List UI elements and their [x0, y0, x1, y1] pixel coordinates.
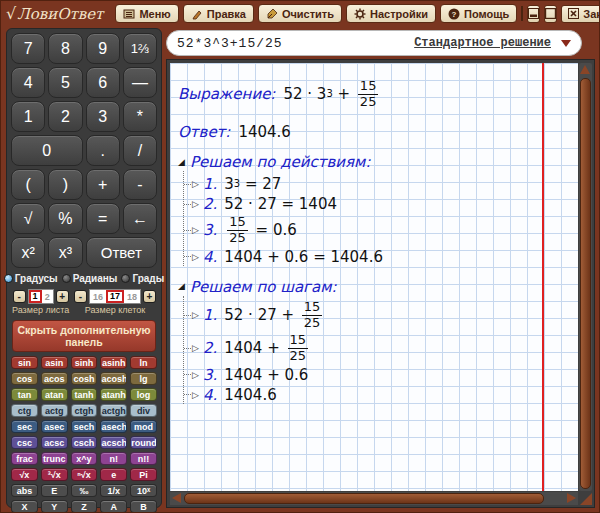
- fn-csc[interactable]: csc: [11, 436, 38, 449]
- fn-acsch[interactable]: acsch: [100, 436, 127, 449]
- key-([interactable]: (: [11, 169, 45, 200]
- fn-cosh[interactable]: cosh: [71, 372, 98, 385]
- key-5[interactable]: 5: [48, 67, 82, 98]
- solution-mode-dropdown[interactable]: Стандартное решение: [414, 36, 571, 50]
- key-.[interactable]: .: [86, 135, 120, 166]
- help-button[interactable]: ? Помощь: [440, 4, 517, 23]
- fn-A[interactable]: A: [100, 500, 127, 513]
- fn-acsc[interactable]: acsc: [41, 436, 68, 449]
- fn-asech[interactable]: asech: [100, 420, 127, 433]
- fn-div[interactable]: div: [130, 404, 157, 417]
- fn-B[interactable]: B: [130, 500, 157, 513]
- key-1[interactable]: 1: [11, 101, 45, 132]
- maximize-button[interactable]: [544, 5, 557, 23]
- edit-button[interactable]: Правка: [183, 4, 254, 23]
- sheet-size-plus-button[interactable]: +: [56, 290, 69, 303]
- fn-X[interactable]: X: [11, 500, 38, 513]
- key-2[interactable]: 2: [48, 101, 82, 132]
- key-6[interactable]: 6: [86, 67, 120, 98]
- collapse-icon[interactable]: ◢: [178, 158, 185, 167]
- fn-asin[interactable]: asin: [41, 356, 68, 369]
- vertical-scroll-thumb[interactable]: [580, 78, 591, 489]
- spinner-value-17[interactable]: 17: [106, 290, 124, 303]
- collapse-icon[interactable]: ◢: [178, 282, 185, 291]
- key-+[interactable]: +: [86, 169, 120, 200]
- cell-size-plus-button[interactable]: +: [143, 290, 156, 303]
- key-7[interactable]: 7: [11, 33, 45, 64]
- horizontal-scroll-thumb[interactable]: [184, 493, 544, 504]
- step-expand-icon[interactable]: ▷: [192, 225, 199, 235]
- fn-sin[interactable]: sin: [11, 356, 38, 369]
- key-x²[interactable]: x²: [11, 237, 45, 268]
- fn-round[interactable]: round: [130, 436, 157, 449]
- fn-tan[interactable]: tan: [11, 388, 38, 401]
- fn-trunc[interactable]: trunc: [41, 452, 68, 465]
- step-expand-icon[interactable]: ▷: [192, 343, 199, 353]
- fn-n!![interactable]: n!!: [130, 452, 157, 465]
- spinner-value-1[interactable]: 1: [29, 290, 42, 303]
- fn-lg[interactable]: lg: [130, 372, 157, 385]
- fn-1/x[interactable]: 1/x: [100, 484, 127, 497]
- scroll-right-icon[interactable]: [567, 493, 576, 503]
- clear-button[interactable]: Очистить: [258, 4, 342, 23]
- minimize-button[interactable]: [527, 5, 540, 23]
- key--[interactable]: -: [123, 169, 157, 200]
- fn-ctgh[interactable]: ctgh: [71, 404, 98, 417]
- fn-ctg[interactable]: ctg: [11, 404, 38, 417]
- angle-mode-1[interactable]: Радианы: [62, 273, 118, 284]
- fn-sinh[interactable]: sinh: [71, 356, 98, 369]
- key-*[interactable]: *: [123, 101, 157, 132]
- fn-mod[interactable]: mod: [130, 420, 157, 433]
- fn-asec[interactable]: asec: [41, 420, 68, 433]
- fn-√x[interactable]: √x: [11, 468, 38, 481]
- key-0[interactable]: 0: [11, 135, 83, 166]
- key-)[interactable]: ): [48, 169, 82, 200]
- step-expand-icon[interactable]: ▷: [192, 370, 199, 380]
- fn-atan[interactable]: atan: [41, 388, 68, 401]
- angle-mode-0[interactable]: Градусы: [4, 273, 58, 284]
- fn-cos[interactable]: cos: [11, 372, 38, 385]
- horizontal-scrollbar[interactable]: [170, 492, 578, 505]
- fn-tanh[interactable]: tanh: [71, 388, 98, 401]
- hide-panel-button[interactable]: Скрыть дополнительную панель: [12, 320, 156, 352]
- fn-actgh[interactable]: actgh: [100, 404, 127, 417]
- key-=[interactable]: =: [86, 203, 120, 234]
- menu-button[interactable]: Меню: [115, 4, 178, 23]
- scroll-up-icon[interactable]: [580, 65, 590, 74]
- key-√[interactable]: √: [11, 203, 45, 234]
- fn-ln[interactable]: ln: [130, 356, 157, 369]
- step-expand-icon[interactable]: ▷: [192, 179, 199, 189]
- spinner-value-18[interactable]: 18: [124, 291, 140, 303]
- spinner-value-16[interactable]: 16: [90, 291, 106, 303]
- step-expand-icon[interactable]: ▷: [192, 390, 199, 400]
- key-Ответ[interactable]: Ответ: [86, 237, 158, 268]
- scroll-left-icon[interactable]: [172, 493, 181, 503]
- vertical-scrollbar[interactable]: [579, 63, 592, 491]
- key-9[interactable]: 9: [86, 33, 120, 64]
- sheet-size-minus-button[interactable]: -: [13, 290, 26, 303]
- fn-abs[interactable]: abs: [11, 484, 38, 497]
- key-←[interactable]: ←: [123, 203, 157, 234]
- key-3[interactable]: 3: [86, 101, 120, 132]
- fn-‰[interactable]: ‰: [71, 484, 98, 497]
- fn-ⁿ√x[interactable]: ⁿ√x: [71, 468, 98, 481]
- fn-e[interactable]: e: [100, 468, 127, 481]
- fn-E[interactable]: E: [41, 484, 68, 497]
- angle-mode-2[interactable]: Грады: [121, 273, 164, 284]
- worksheet-paper[interactable]: Выражение: 52 · 33 + 1525 Ответ: 1404.6 …: [170, 63, 578, 491]
- fn-sec[interactable]: sec: [11, 420, 38, 433]
- key-8[interactable]: 8: [48, 33, 82, 64]
- key-1⅔[interactable]: 1⅔: [123, 33, 157, 64]
- expression-input[interactable]: 52*3^3+15/25: [177, 36, 283, 51]
- fn-n![interactable]: n!: [100, 452, 127, 465]
- fn-Z[interactable]: Z: [71, 500, 98, 513]
- fn-10ˣ[interactable]: 10ˣ: [130, 484, 157, 497]
- spinner-value-2[interactable]: 2: [42, 291, 53, 303]
- step-expand-icon[interactable]: ▷: [192, 252, 199, 262]
- key-/[interactable]: /: [123, 135, 157, 166]
- key-—[interactable]: —: [123, 67, 157, 98]
- fn-x^y[interactable]: x^y: [71, 452, 98, 465]
- fn-Y[interactable]: Y: [41, 500, 68, 513]
- key-4[interactable]: 4: [11, 67, 45, 98]
- fn-log[interactable]: log: [130, 388, 157, 401]
